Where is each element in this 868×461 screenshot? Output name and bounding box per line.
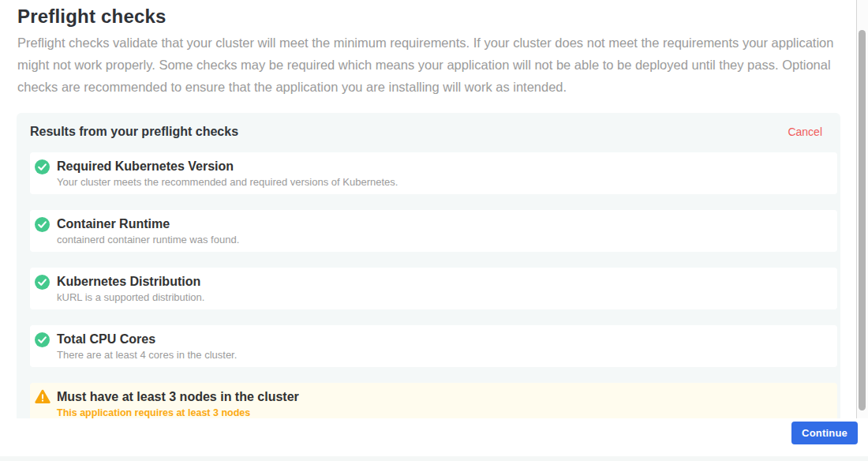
check-title: Required Kubernetes Version: [57, 159, 829, 174]
check-circle-icon: [35, 159, 50, 174]
footer-bar: Continue: [0, 418, 868, 456]
check-list: Required Kubernetes Version Your cluster…: [30, 152, 837, 418]
check-message: This application requires at least 3 nod…: [57, 407, 829, 418]
continue-button[interactable]: Continue: [791, 422, 858, 444]
check-message: Your cluster meets the recommended and r…: [57, 177, 829, 188]
check-row: Must have at least 3 nodes in the cluste…: [30, 383, 837, 418]
check-row: Container Runtime containerd container r…: [30, 210, 837, 252]
scrollbar-thumb[interactable]: [859, 30, 866, 410]
check-circle-icon: [35, 332, 50, 347]
warning-triangle-icon: [35, 389, 50, 404]
content-scroll-divider: [856, 0, 857, 418]
results-heading: Results from your preflight checks: [30, 125, 238, 139]
results-panel-header: Results from your preflight checks Cance…: [17, 113, 840, 139]
bottom-strip: [0, 456, 868, 461]
check-row: Required Kubernetes Version Your cluster…: [30, 152, 837, 194]
page-title: Preflight checks: [17, 6, 166, 28]
check-message: kURL is a supported distribution.: [57, 292, 829, 303]
check-row: Kubernetes Distribution kURL is a suppor…: [30, 268, 837, 309]
results-panel: Results from your preflight checks Cance…: [17, 113, 840, 418]
check-title: Kubernetes Distribution: [57, 274, 829, 289]
check-title: Must have at least 3 nodes in the cluste…: [57, 389, 829, 404]
cancel-link[interactable]: Cancel: [788, 126, 822, 138]
check-row: Total CPU Cores There are at least 4 cor…: [30, 325, 837, 367]
check-message: containerd container runtime was found.: [57, 234, 829, 245]
check-circle-icon: [35, 217, 50, 232]
preflight-page: Preflight checks Preflight checks valida…: [0, 0, 868, 461]
page-description: Preflight checks validate that your clus…: [17, 32, 840, 98]
check-title: Container Runtime: [57, 216, 829, 231]
check-title: Total CPU Cores: [57, 332, 829, 347]
check-message: There are at least 4 cores in the cluste…: [57, 350, 829, 361]
check-circle-icon: [35, 275, 50, 290]
